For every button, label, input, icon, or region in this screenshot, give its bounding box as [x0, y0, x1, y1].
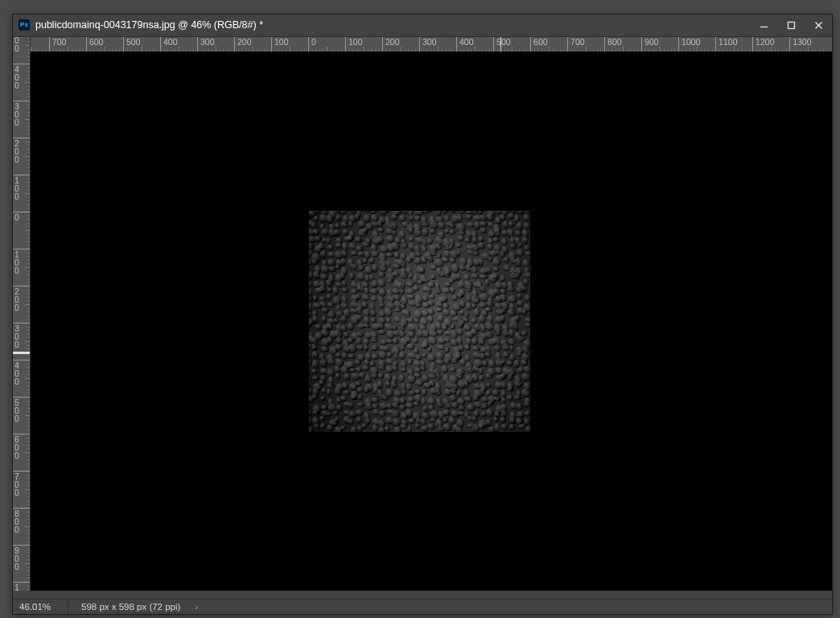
document-title: publicdomainq-0043179nsa.jpg @ 46% (RGB/…	[35, 19, 750, 31]
close-button[interactable]	[805, 14, 832, 35]
zoom-readout[interactable]: 46.01%	[13, 602, 68, 612]
window-controls	[750, 14, 832, 35]
ruler-horizontal[interactable]: 8007006005004003002001000100200300400500…	[30, 36, 832, 52]
minimize-button[interactable]	[750, 14, 777, 35]
ruler-vertical[interactable]: 5004003002001000100200300400500600700800…	[13, 36, 31, 591]
canvas-area[interactable]	[31, 52, 832, 591]
app-icon: Ps	[19, 19, 30, 31]
maximize-button[interactable]	[777, 14, 805, 35]
ruler-v-guide-indicator	[13, 352, 30, 354]
statusbar: 46.01% 598 px x 598 px (72 ppi) ›	[13, 599, 832, 614]
document-window: Ps publicdomainq-0043179nsa.jpg @ 46% (R…	[12, 14, 833, 615]
statusbar-divider	[68, 599, 68, 614]
ruler-v-tick: 0	[13, 212, 31, 221]
document-image[interactable]	[309, 211, 530, 432]
titlebar[interactable]: Ps publicdomainq-0043179nsa.jpg @ 46% (R…	[13, 14, 832, 35]
svg-rect-1	[788, 22, 794, 28]
statusbar-expand-icon[interactable]: ›	[195, 602, 198, 612]
doc-size-readout[interactable]: 598 px x 598 px (72 ppi)	[73, 602, 180, 612]
